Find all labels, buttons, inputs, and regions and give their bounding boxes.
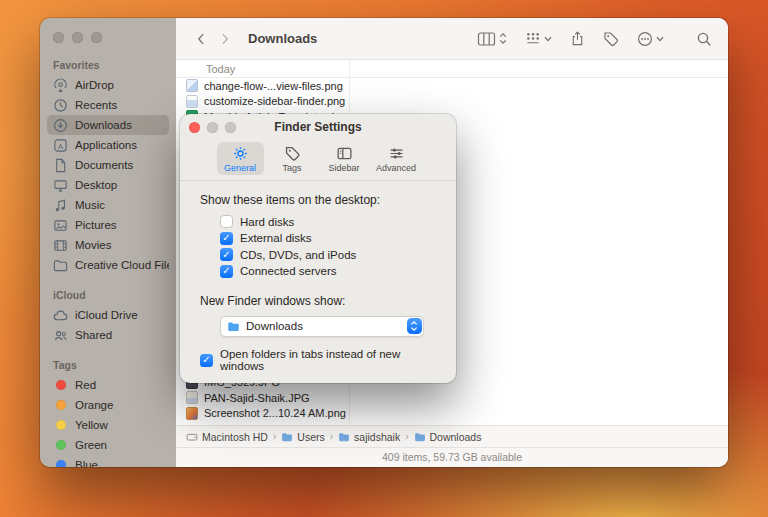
sidebar-item-shared[interactable]: Shared — [47, 325, 169, 345]
sidebar-item-recents[interactable]: Recents — [47, 95, 169, 115]
film-icon — [53, 238, 68, 253]
desktop-items-section-label: Show these items on the desktop: — [200, 193, 436, 207]
checkbox-row-connected-servers[interactable]: Connected servers — [220, 265, 436, 278]
file-row[interactable]: change-flow-...view-files.png — [176, 78, 728, 94]
checkbox[interactable] — [200, 354, 213, 367]
music-note-icon — [53, 198, 68, 213]
breadcrumb-macintosh-hd[interactable]: Macintosh HD — [186, 431, 268, 443]
sidebar-item-label: Creative Cloud Files — [75, 259, 169, 271]
sidebar-item-documents[interactable]: Documents — [47, 155, 169, 175]
file-name: PAN-Sajid-Shaik.JPG — [204, 392, 310, 404]
zoom-button[interactable] — [225, 122, 236, 133]
view-switcher-button[interactable] — [477, 32, 507, 46]
checkbox[interactable] — [220, 248, 233, 261]
jpeg-file-icon — [186, 391, 198, 404]
tab-sidebar[interactable]: Sidebar — [321, 142, 368, 175]
sidebar-item-icloud-drive[interactable]: iCloud Drive — [47, 305, 169, 325]
zoom-button[interactable] — [91, 32, 102, 43]
close-button[interactable] — [189, 122, 200, 133]
popup-selected-value: Downloads — [246, 320, 303, 332]
share-icon — [570, 30, 585, 47]
folder-icon — [414, 431, 426, 443]
gear-icon — [232, 145, 249, 162]
sidebar-item-label: Orange — [75, 399, 113, 411]
share-button[interactable] — [570, 30, 585, 47]
sidebar-item-label: Downloads — [75, 119, 132, 131]
sidebar-item-label: Movies — [75, 239, 111, 251]
file-row[interactable]: Screenshot 2...10.24 AM.png — [176, 406, 728, 422]
sidebar-item-label: Music — [75, 199, 105, 211]
dialog-titlebar: Finder Settings — [180, 114, 456, 140]
tab-label: Tags — [282, 163, 301, 173]
sidebar-item-tag-green[interactable]: Green — [47, 435, 169, 455]
checkbox[interactable] — [220, 215, 233, 228]
sidebar-item-label: Shared — [75, 329, 112, 341]
more-options-button[interactable] — [637, 31, 664, 47]
sidebar-item-tag-blue[interactable]: Blue — [47, 455, 169, 467]
minimize-button[interactable] — [72, 32, 83, 43]
blue-tag-dot — [56, 460, 66, 467]
file-row[interactable]: customize-sidebar-finder.png — [176, 94, 728, 110]
sidebar-item-applications[interactable]: A Applications — [47, 135, 169, 155]
folder-icon — [227, 320, 240, 333]
sidebar-item-tag-red[interactable]: Red — [47, 375, 169, 395]
checkbox-row-hard-disks[interactable]: Hard disks — [220, 215, 436, 228]
sidebar-item-movies[interactable]: Movies — [47, 235, 169, 255]
breadcrumb-sajidshaik[interactable]: sajidshaik — [338, 431, 400, 443]
sidebar-item-creative-cloud-files[interactable]: Creative Cloud Files — [47, 255, 169, 275]
sidebar-item-downloads[interactable]: Downloads — [47, 115, 169, 135]
cloud-icon — [53, 308, 68, 323]
back-button[interactable] — [192, 29, 210, 49]
tag-button[interactable] — [603, 31, 619, 47]
chevron-down-icon — [656, 36, 664, 42]
clock-icon — [53, 98, 68, 113]
settings-tab-bar: General Tags Sidebar Advanced — [180, 140, 456, 181]
hard-drive-icon — [186, 431, 198, 443]
breadcrumb-separator: › — [330, 431, 333, 442]
tab-tags[interactable]: Tags — [269, 142, 316, 175]
svg-text:A: A — [58, 141, 63, 150]
search-button[interactable] — [696, 31, 712, 47]
file-row[interactable]: PAN-Sajid-Shaik.JPG — [176, 390, 728, 406]
sidebar-item-label: Green — [75, 439, 107, 451]
sidebar-item-airdrop[interactable]: AirDrop — [47, 75, 169, 95]
sidebar-item-label: Yellow — [75, 419, 108, 431]
checkbox-label: External disks — [240, 232, 312, 244]
sidebar-item-pictures[interactable]: Pictures — [47, 215, 169, 235]
checkbox-row-cds-dvds-ipods[interactable]: CDs, DVDs, and iPods — [220, 248, 436, 261]
sidebar-item-tag-yellow[interactable]: Yellow — [47, 415, 169, 435]
sidebar-section-title: Tags — [53, 359, 163, 371]
sidebar-item-label: iCloud Drive — [75, 309, 138, 321]
new-windows-popup-button[interactable]: Downloads — [220, 316, 424, 337]
close-button[interactable] — [53, 32, 64, 43]
pictures-icon — [53, 218, 68, 233]
sidebar-item-desktop[interactable]: Desktop — [47, 175, 169, 195]
sidebar-section-title: Favorites — [53, 59, 163, 71]
checkbox-label: Open folders in tabs instead of new wind… — [220, 348, 436, 372]
sidebar: Favorites AirDrop Recents Downloads A Ap… — [40, 18, 176, 467]
forward-button[interactable] — [216, 29, 234, 49]
group-by-button[interactable] — [525, 31, 552, 46]
file-name: customize-sidebar-finder.png — [204, 95, 345, 107]
finder-settings-dialog: Finder Settings General Tags Sidebar Adv… — [180, 114, 456, 383]
group-header: Today — [176, 60, 728, 78]
tab-advanced[interactable]: Advanced — [373, 142, 420, 175]
breadcrumb-label: Downloads — [430, 431, 482, 443]
tab-general[interactable]: General — [217, 142, 264, 175]
minimize-button[interactable] — [207, 122, 218, 133]
sidebar-item-tag-orange[interactable]: Orange — [47, 395, 169, 415]
tab-label: General — [224, 163, 256, 173]
breadcrumb-label: Macintosh HD — [202, 431, 268, 443]
popup-stepper-icon — [407, 318, 422, 334]
sidebar-item-music[interactable]: Music — [47, 195, 169, 215]
breadcrumb-users[interactable]: Users — [281, 431, 324, 443]
checkbox-row-open-folders-in-tabs[interactable]: Open folders in tabs instead of new wind… — [200, 354, 436, 367]
shared-people-icon — [53, 328, 68, 343]
checkbox[interactable] — [220, 265, 233, 278]
breadcrumb-downloads[interactable]: Downloads — [414, 431, 482, 443]
checkbox-row-external-disks[interactable]: External disks — [220, 232, 436, 245]
breadcrumb-label: Users — [297, 431, 324, 443]
checkbox[interactable] — [220, 232, 233, 245]
airdrop-icon — [53, 78, 68, 93]
toolbar: Downloads — [176, 18, 728, 60]
